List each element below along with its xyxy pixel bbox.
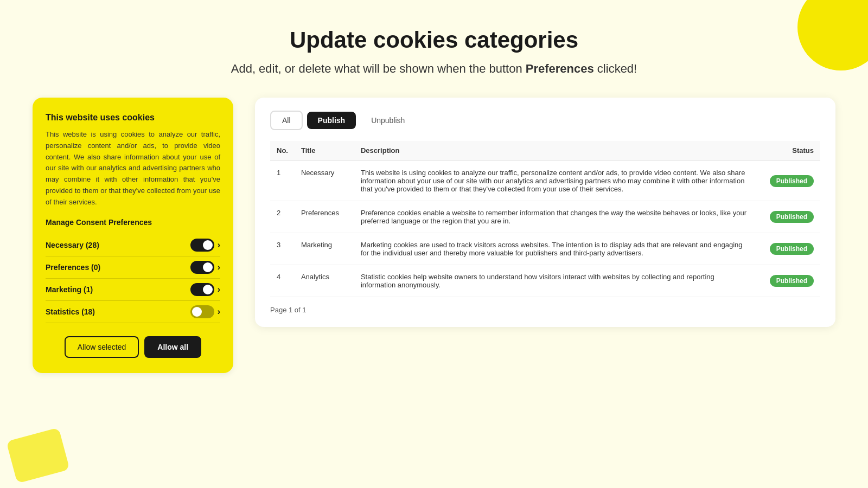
pref-label-preferences: Preferences (0) <box>46 263 100 272</box>
widget-buttons: Allow selected Allow all <box>46 336 220 358</box>
status-badge: Published <box>770 275 814 287</box>
chevron-icon-statistics[interactable]: › <box>218 307 220 317</box>
table-row: 4AnalyticsStatistic cookies help website… <box>270 265 820 297</box>
cell-title: Preferences <box>295 201 354 233</box>
cell-title: Marketing <box>295 233 354 265</box>
table-panel: All Publish Unpublish No. Title Descript… <box>255 98 835 327</box>
toggle-statistics[interactable] <box>190 305 214 318</box>
chevron-icon-necessary[interactable]: › <box>218 240 220 250</box>
toggle-necessary[interactable] <box>190 239 214 252</box>
toggle-marketing[interactable] <box>190 283 214 296</box>
table-row: 2PreferencesPreference cookies enable a … <box>270 201 820 233</box>
pref-controls-statistics[interactable]: › <box>190 305 220 318</box>
page-subtitle: Add, edit, or delete what will be shown … <box>33 62 835 76</box>
chevron-icon-marketing[interactable]: › <box>218 285 220 294</box>
cell-description: This website is using cookies to analyze… <box>354 160 755 201</box>
cell-status: Published <box>755 160 820 201</box>
cell-title: Necessary <box>295 160 354 201</box>
pref-label-statistics: Statistics (18) <box>46 307 95 316</box>
pref-item-marketing: Marketing (1) › <box>46 279 220 301</box>
allow-all-button[interactable]: Allow all <box>144 336 201 358</box>
toolbar: All Publish Unpublish <box>270 111 820 130</box>
tab-all[interactable]: All <box>270 111 303 130</box>
pref-label-necessary: Necessary (28) <box>46 241 99 249</box>
col-header-title: Title <box>295 141 354 160</box>
table-header-row: No. Title Description Status <box>270 141 820 160</box>
cookie-widget: This website uses cookies This website i… <box>33 98 233 373</box>
categories-table: No. Title Description Status 1NecessaryT… <box>270 141 820 297</box>
pref-label-marketing: Marketing (1) <box>46 285 93 294</box>
cell-title: Analytics <box>295 265 354 297</box>
col-header-description: Description <box>354 141 755 160</box>
manage-consent-title: Manage Consent Preferences <box>46 218 220 227</box>
toggle-preferences[interactable] <box>190 261 214 274</box>
pagination: Page 1 of 1 <box>270 306 820 314</box>
subtitle-bold: Preferences <box>526 62 594 75</box>
cell-status: Published <box>755 265 820 297</box>
pref-controls-marketing[interactable]: › <box>190 283 220 296</box>
pref-item-statistics: Statistics (18) › <box>46 301 220 323</box>
cell-no: 4 <box>270 265 295 297</box>
subtitle-suffix: clicked! <box>594 62 637 75</box>
cookie-widget-description: This website is using cookies to analyze… <box>46 129 220 208</box>
col-header-no: No. <box>270 141 295 160</box>
table-row: 3MarketingMarketing cookies are used to … <box>270 233 820 265</box>
cell-description: Preference cookies enable a website to r… <box>354 201 755 233</box>
cell-description: Marketing cookies are used to track visi… <box>354 233 755 265</box>
tab-unpublish[interactable]: Unpublish <box>360 112 416 129</box>
subtitle-prefix: Add, edit, or delete what will be shown … <box>231 62 526 75</box>
main-content: This website uses cookies This website i… <box>33 98 835 373</box>
cell-no: 2 <box>270 201 295 233</box>
cell-status: Published <box>755 233 820 265</box>
chevron-icon-preferences[interactable]: › <box>218 262 220 272</box>
preference-list: Necessary (28) › Preferences (0) › Marke… <box>46 234 220 323</box>
status-badge: Published <box>770 175 814 187</box>
col-header-status: Status <box>755 141 820 160</box>
pref-controls-preferences[interactable]: › <box>190 261 220 274</box>
pref-item-preferences: Preferences (0) › <box>46 256 220 279</box>
table-row: 1NecessaryThis website is using cookies … <box>270 160 820 201</box>
cell-status: Published <box>755 201 820 233</box>
pref-item-necessary: Necessary (28) › <box>46 234 220 256</box>
tab-publish[interactable]: Publish <box>307 112 356 129</box>
cell-no: 1 <box>270 160 295 201</box>
cell-description: Statistic cookies help website owners to… <box>354 265 755 297</box>
status-badge: Published <box>770 243 814 255</box>
deco-shape <box>6 427 69 483</box>
status-badge: Published <box>770 211 814 223</box>
pref-controls-necessary[interactable]: › <box>190 239 220 252</box>
allow-selected-button[interactable]: Allow selected <box>65 336 139 358</box>
cell-no: 3 <box>270 233 295 265</box>
cookie-widget-title: This website uses cookies <box>46 113 220 123</box>
page-header: Update cookies categories Add, edit, or … <box>33 27 835 76</box>
page-title: Update cookies categories <box>33 27 835 53</box>
